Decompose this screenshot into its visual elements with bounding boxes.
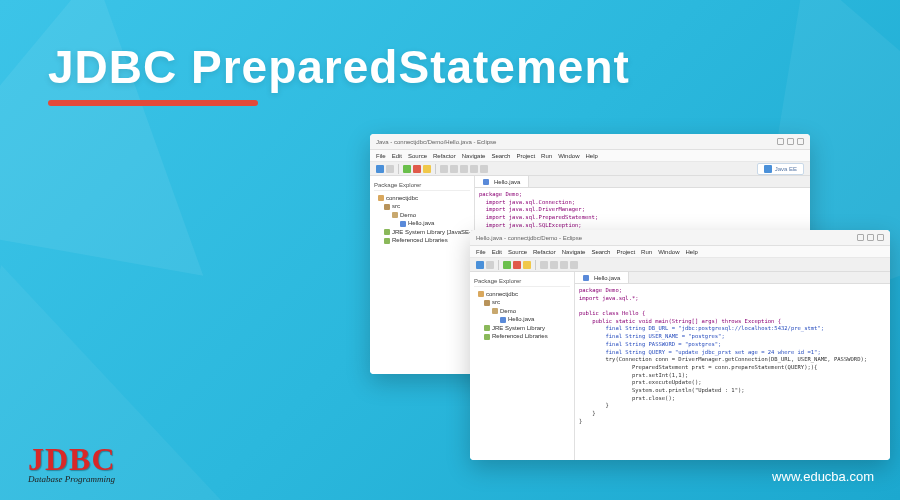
eclipse-window-front: Hello.java - connectjdbc/Demo - Eclipse … bbox=[470, 230, 890, 460]
site-url: www.educba.com bbox=[772, 469, 874, 484]
toolbar bbox=[470, 258, 890, 272]
project-icon bbox=[378, 195, 384, 201]
open-type-icon[interactable] bbox=[440, 165, 448, 173]
editor-tab[interactable]: Hello.java bbox=[475, 176, 529, 187]
menu-refactor[interactable]: Refactor bbox=[433, 153, 456, 159]
toolbar: Java EE bbox=[370, 162, 810, 176]
maximize-icon[interactable] bbox=[867, 234, 874, 241]
project-icon bbox=[478, 291, 484, 297]
close-icon[interactable] bbox=[877, 234, 884, 241]
tree-jre-lib[interactable]: JRE System Library [JavaSE-1.8] bbox=[374, 228, 470, 236]
library-icon bbox=[384, 229, 390, 235]
menu-search[interactable]: Search bbox=[491, 153, 510, 159]
menubar: File Edit Source Refactor Navigate Searc… bbox=[470, 246, 890, 258]
menu-navigate[interactable]: Navigate bbox=[562, 249, 586, 255]
editor-tab[interactable]: Hello.java bbox=[575, 272, 629, 283]
menu-file[interactable]: File bbox=[376, 153, 386, 159]
package-explorer: Package Explorer connectjdbc src Demo He… bbox=[470, 272, 575, 460]
java-file-icon bbox=[400, 221, 406, 227]
menu-window[interactable]: Window bbox=[558, 153, 579, 159]
window-title: Java - connectjdbc/Demo/Hello.java - Ecl… bbox=[376, 139, 496, 145]
title-underline bbox=[48, 100, 258, 106]
menu-search[interactable]: Search bbox=[591, 249, 610, 255]
menu-refactor[interactable]: Refactor bbox=[533, 249, 556, 255]
tree-src[interactable]: src bbox=[474, 298, 570, 306]
search-icon[interactable] bbox=[550, 261, 558, 269]
menu-edit[interactable]: Edit bbox=[392, 153, 402, 159]
window-title: Hello.java - connectjdbc/Demo - Eclipse bbox=[476, 235, 582, 241]
menubar: File Edit Source Refactor Navigate Searc… bbox=[370, 150, 810, 162]
code-area[interactable]: package Demo; import java.sql.*; public … bbox=[575, 284, 890, 428]
tree-jre-lib[interactable]: JRE System Library bbox=[474, 324, 570, 332]
menu-project[interactable]: Project bbox=[516, 153, 535, 159]
debug-icon[interactable] bbox=[413, 165, 421, 173]
tree-project[interactable]: connectjdbc bbox=[474, 290, 570, 298]
run-icon[interactable] bbox=[503, 261, 511, 269]
java-perspective-icon bbox=[764, 165, 772, 173]
tab-label: Hello.java bbox=[594, 275, 620, 281]
perspective-badge[interactable]: Java EE bbox=[757, 163, 804, 175]
menu-edit[interactable]: Edit bbox=[492, 249, 502, 255]
logo-main: JDBC bbox=[28, 441, 116, 478]
menu-source[interactable]: Source bbox=[508, 249, 527, 255]
titlebar: Hello.java - connectjdbc/Demo - Eclipse bbox=[470, 230, 890, 246]
code-editor: Hello.java package Demo; import java.sql… bbox=[575, 272, 890, 460]
sidebar-header: Package Explorer bbox=[474, 276, 570, 287]
menu-help[interactable]: Help bbox=[685, 249, 697, 255]
forward-icon[interactable] bbox=[480, 165, 488, 173]
save-icon[interactable] bbox=[486, 261, 494, 269]
tab-label: Hello.java bbox=[494, 179, 520, 185]
save-icon[interactable] bbox=[386, 165, 394, 173]
run-icon[interactable] bbox=[403, 165, 411, 173]
titlebar: Java - connectjdbc/Demo/Hello.java - Ecl… bbox=[370, 134, 810, 150]
menu-window[interactable]: Window bbox=[658, 249, 679, 255]
minimize-icon[interactable] bbox=[777, 138, 784, 145]
tree-project[interactable]: connectjdbc bbox=[374, 194, 470, 202]
back-icon[interactable] bbox=[560, 261, 568, 269]
tree-ref-lib[interactable]: Referenced Libraries bbox=[474, 332, 570, 340]
minimize-icon[interactable] bbox=[857, 234, 864, 241]
menu-navigate[interactable]: Navigate bbox=[462, 153, 486, 159]
menu-source[interactable]: Source bbox=[408, 153, 427, 159]
src-folder-icon bbox=[484, 300, 490, 306]
java-file-icon bbox=[583, 275, 589, 281]
maximize-icon[interactable] bbox=[787, 138, 794, 145]
task-icon[interactable] bbox=[460, 165, 468, 173]
tree-package[interactable]: Demo bbox=[374, 211, 470, 219]
tree-src[interactable]: src bbox=[374, 202, 470, 210]
jdbc-logo: JDBC Database Programming bbox=[28, 441, 116, 484]
library-icon bbox=[384, 238, 390, 244]
build-icon[interactable] bbox=[423, 165, 431, 173]
package-icon bbox=[492, 308, 498, 314]
debug-icon[interactable] bbox=[513, 261, 521, 269]
new-icon[interactable] bbox=[476, 261, 484, 269]
perspective-label: Java EE bbox=[775, 166, 797, 172]
menu-project[interactable]: Project bbox=[616, 249, 635, 255]
menu-help[interactable]: Help bbox=[585, 153, 597, 159]
back-icon[interactable] bbox=[470, 165, 478, 173]
tree-java-file[interactable]: Hello.java bbox=[374, 219, 470, 227]
menu-file[interactable]: File bbox=[476, 249, 486, 255]
new-icon[interactable] bbox=[376, 165, 384, 173]
library-icon bbox=[484, 334, 490, 340]
logo-subtitle: Database Programming bbox=[28, 474, 115, 484]
menu-run[interactable]: Run bbox=[641, 249, 652, 255]
java-file-icon bbox=[483, 179, 489, 185]
forward-icon[interactable] bbox=[570, 261, 578, 269]
package-icon bbox=[392, 212, 398, 218]
sidebar-header: Package Explorer bbox=[374, 180, 470, 191]
java-file-icon bbox=[500, 317, 506, 323]
package-explorer: Package Explorer connectjdbc src Demo He… bbox=[370, 176, 475, 374]
open-type-icon[interactable] bbox=[540, 261, 548, 269]
close-icon[interactable] bbox=[797, 138, 804, 145]
tree-ref-lib[interactable]: Referenced Libraries bbox=[374, 236, 470, 244]
src-folder-icon bbox=[384, 204, 390, 210]
tree-java-file[interactable]: Hello.java bbox=[474, 315, 570, 323]
build-icon[interactable] bbox=[523, 261, 531, 269]
page-title: JDBC PreparedStatement bbox=[48, 40, 630, 94]
library-icon bbox=[484, 325, 490, 331]
tree-package[interactable]: Demo bbox=[474, 307, 570, 315]
search-icon[interactable] bbox=[450, 165, 458, 173]
menu-run[interactable]: Run bbox=[541, 153, 552, 159]
